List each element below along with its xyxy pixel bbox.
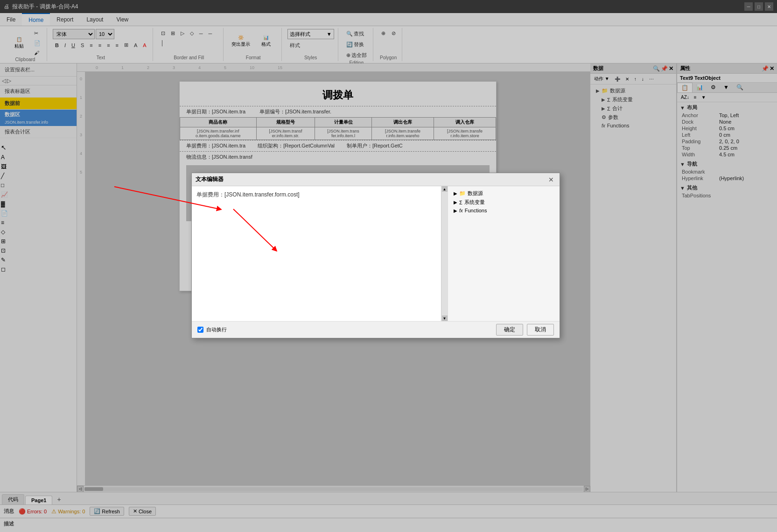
dialog-tree-fn-label: Functions — [465, 208, 487, 213]
tree-expand-icon-fn: ▶ — [454, 208, 457, 213]
dialog-editor-content[interactable]: 单据费用：[JSON.item.transfer.form.cost] — [192, 186, 448, 203]
dialog-editor-area: ▲ ▼ 单据费用：[JSON.item.transfer.form.cost] — [192, 186, 448, 321]
dialog-content: ▲ ▼ 单据费用：[JSON.item.transfer.form.cost] … — [192, 186, 560, 321]
dialog-tree-sv-label: 系统变量 — [464, 199, 485, 206]
tree-expand-icon-ds: ▶ — [454, 191, 457, 196]
sigma-icon-dialog: Σ — [459, 200, 462, 205]
text-editor-dialog: 文本编辑器 ✕ ▲ ▼ 单据费用：[JSON.item.transfer.for… — [191, 173, 560, 338]
dialog-tree-ds-label: 数据源 — [468, 190, 483, 197]
dialog-action-buttons: 确定 取消 — [496, 324, 554, 336]
dialog-cancel-button[interactable]: 取消 — [527, 324, 554, 336]
tree-expand-icon-sv: ▶ — [454, 200, 457, 205]
dialog-tree-datasource[interactable]: ▶ 📁 数据源 — [451, 189, 557, 198]
auto-wrap-label: 自动换行 — [206, 326, 227, 333]
scroll-up-btn[interactable]: ▲ — [442, 186, 448, 192]
dialog-tree-functions[interactable]: ▶ fx Functions — [451, 207, 557, 214]
dialog-titlebar: 文本编辑器 ✕ — [192, 173, 560, 186]
dialog-overlay: 文本编辑器 ✕ ▲ ▼ 单据费用：[JSON.item.transfer.for… — [0, 0, 777, 532]
auto-wrap-checkbox: 自动换行 — [197, 326, 227, 333]
scroll-down-btn[interactable]: ▼ — [442, 315, 448, 321]
dialog-editor-wrapper: ▲ ▼ 单据费用：[JSON.item.transfer.form.cost] — [192, 186, 448, 321]
dialog-editor-text: 单据费用：[JSON.item.transfer.form.cost] — [196, 191, 300, 198]
auto-wrap-check[interactable] — [197, 327, 203, 333]
folder-icon-dialog: 📁 — [459, 190, 466, 196]
dialog-title: 文本编辑器 — [196, 175, 224, 183]
dialog-close-button[interactable]: ✕ — [546, 175, 556, 184]
dialog-tree-sysvars[interactable]: ▶ Σ 系统变量 — [451, 198, 557, 207]
dialog-right-panel: ▶ 📁 数据源 ▶ Σ 系统变量 ▶ fx Functions — [448, 186, 560, 321]
dialog-scrollbar[interactable]: ▲ ▼ — [441, 186, 448, 321]
fx-icon-dialog: fx — [459, 208, 463, 213]
dialog-ok-button[interactable]: 确定 — [496, 324, 523, 336]
dialog-footer: 自动换行 确定 取消 — [192, 321, 560, 338]
